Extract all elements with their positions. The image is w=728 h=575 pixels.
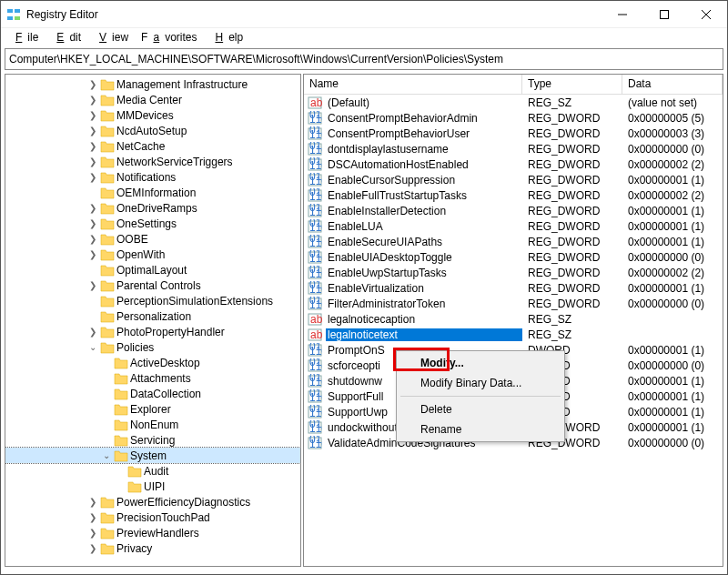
expand-icon[interactable]: ❯ [87, 218, 98, 228]
tree-item[interactable]: ❯Parental Controls [5, 277, 300, 293]
expand-icon[interactable] [87, 296, 98, 306]
value-row[interactable]: 011110EnableCursorSuppressionREG_DWORD0x… [304, 172, 723, 187]
tree-item[interactable]: ❯OneSettings [5, 216, 300, 231]
tree-item[interactable]: Personalization [5, 308, 300, 324]
expand-icon[interactable]: ❯ [87, 528, 98, 538]
value-type: REG_DWORD [522, 143, 622, 156]
tree-item[interactable]: ❯NetworkServiceTriggers [5, 154, 300, 169]
value-row[interactable]: 011110EnableSecureUIAPathsREG_DWORD0x000… [304, 234, 723, 249]
menu-file[interactable]: File [5, 29, 44, 45]
expand-icon[interactable]: ⌄ [101, 450, 112, 460]
col-data[interactable]: Data [622, 75, 723, 94]
expand-icon[interactable]: ❯ [87, 79, 98, 89]
value-row[interactable]: 011110dontdisplaylastusernameREG_DWORD0x… [304, 141, 723, 156]
tree-item[interactable]: ⌄System [5, 448, 300, 463]
col-type[interactable]: Type [522, 75, 622, 94]
tree-item[interactable]: Explorer [5, 401, 300, 417]
value-row[interactable]: 011110EnableUwpStartupTasksREG_DWORD0x00… [304, 265, 723, 280]
expand-icon[interactable]: ❯ [87, 234, 98, 244]
expand-icon[interactable] [101, 435, 112, 445]
ctx-delete[interactable]: Delete [399, 399, 562, 419]
tree-item[interactable]: Attachments [5, 370, 300, 386]
expand-icon[interactable] [87, 311, 98, 321]
tree-item[interactable]: ⌄Policies [5, 339, 300, 355]
expand-icon[interactable]: ❯ [87, 110, 98, 120]
expand-icon[interactable] [87, 265, 98, 275]
value-row[interactable]: 011110EnableFullTrustStartupTasksREG_DWO… [304, 187, 723, 203]
value-row[interactable]: ablegalnoticetextREG_SZ [304, 327, 723, 342]
ctx-modify[interactable]: Modify... [399, 353, 562, 373]
tree-item[interactable]: ❯PrecisionTouchPad [5, 509, 300, 525]
tree-pane[interactable]: ❯Management Infrastructure❯Media Center❯… [5, 74, 301, 567]
value-row[interactable]: 011110EnableVirtualizationREG_DWORD0x000… [304, 280, 723, 296]
tree-item[interactable]: UIPI [5, 479, 300, 494]
ctx-rename[interactable]: Rename [399, 419, 562, 439]
value-data: 0x00000000 (0) [622, 437, 723, 449]
value-row[interactable]: 011110ConsentPromptBehaviorUserREG_DWORD… [304, 126, 723, 141]
minimize-button[interactable] [602, 1, 643, 28]
col-name[interactable]: Name [304, 75, 522, 94]
expand-icon[interactable] [87, 187, 98, 197]
value-row[interactable]: 011110EnableInstallerDetectionREG_DWORD0… [304, 203, 723, 218]
tree-item[interactable]: ❯MMDevices [5, 107, 300, 123]
menu-help[interactable]: Help [204, 29, 248, 45]
tree-item[interactable]: Servicing [5, 432, 300, 448]
expand-icon[interactable]: ❯ [87, 126, 98, 136]
column-header[interactable]: Name Type Data [304, 75, 723, 95]
tree-item[interactable]: ❯PreviewHandlers [5, 525, 300, 540]
tree-item[interactable]: ActiveDesktop [5, 355, 300, 370]
tree-item[interactable]: PerceptionSimulationExtensions [5, 293, 300, 308]
value-row[interactable]: 011110EnableUIADesktopToggleREG_DWORD0x0… [304, 249, 723, 265]
expand-icon[interactable]: ❯ [87, 249, 98, 259]
tree-item[interactable]: OptimalLayout [5, 262, 300, 277]
menu-view[interactable]: View [88, 29, 134, 45]
expand-icon[interactable]: ❯ [87, 327, 98, 337]
maximize-button[interactable] [643, 1, 685, 28]
values-pane[interactable]: Name Type Data ab(Default)REG_SZ(value n… [303, 74, 723, 567]
tree-item[interactable]: ❯OOBE [5, 231, 300, 247]
tree-item[interactable]: ❯Privacy [5, 540, 300, 556]
value-row[interactable]: 011110ConsentPromptBehaviorAdminREG_DWOR… [304, 110, 723, 126]
value-name: EnableUwpStartupTasks [326, 267, 522, 279]
expand-icon[interactable]: ❯ [87, 512, 98, 522]
tree-item[interactable]: ❯Media Center [5, 92, 300, 107]
value-row[interactable]: ablegalnoticecaptionREG_SZ [304, 311, 723, 327]
expand-icon[interactable] [101, 404, 112, 414]
tree-item[interactable]: ❯Notifications [5, 169, 300, 185]
value-row[interactable]: 011110DSCAutomationHostEnabledREG_DWORD0… [304, 156, 723, 172]
tree-item[interactable]: ❯PhotoPropertyHandler [5, 324, 300, 339]
expand-icon[interactable]: ❯ [87, 141, 98, 151]
tree-item[interactable]: ❯NcdAutoSetup [5, 123, 300, 138]
expand-icon[interactable] [101, 419, 112, 429]
expand-icon[interactable]: ⌄ [87, 342, 98, 352]
tree-item[interactable]: Audit [5, 463, 300, 479]
value-row[interactable]: 011110FilterAdministratorTokenREG_DWORD0… [304, 296, 723, 311]
tree-item[interactable]: ❯OneDriveRamps [5, 200, 300, 216]
menu-edit[interactable]: Edit [46, 29, 86, 45]
tree-item[interactable]: ❯Management Infrastructure [5, 76, 300, 92]
expand-icon[interactable] [115, 466, 126, 476]
tree-item[interactable]: NonEnum [5, 417, 300, 432]
tree-item[interactable]: OEMInformation [5, 185, 300, 200]
tree-item[interactable]: ❯OpenWith [5, 247, 300, 262]
expand-icon[interactable]: ❯ [87, 543, 98, 553]
value-row[interactable]: ab(Default)REG_SZ(value not set) [304, 95, 723, 110]
menu-favorites[interactable]: Favorites [136, 29, 202, 45]
value-row[interactable]: 011110EnableLUAREG_DWORD0x00000001 (1) [304, 218, 723, 234]
expand-icon[interactable]: ❯ [87, 203, 98, 213]
tree-item[interactable]: ❯NetCache [5, 138, 300, 154]
expand-icon[interactable]: ❯ [87, 172, 98, 182]
expand-icon[interactable] [101, 373, 112, 383]
close-button[interactable] [685, 1, 727, 28]
expand-icon[interactable]: ❯ [87, 497, 98, 507]
expand-icon[interactable] [101, 388, 112, 398]
expand-icon[interactable]: ❯ [87, 156, 98, 166]
address-bar[interactable]: Computer\HKEY_LOCAL_MACHINE\SOFTWARE\Mic… [5, 48, 723, 70]
expand-icon[interactable]: ❯ [87, 95, 98, 105]
tree-item[interactable]: ❯PowerEfficiencyDiagnostics [5, 494, 300, 509]
expand-icon[interactable] [101, 358, 112, 368]
expand-icon[interactable]: ❯ [87, 280, 98, 290]
tree-item[interactable]: DataCollection [5, 386, 300, 401]
ctx-modify-binary[interactable]: Modify Binary Data... [399, 373, 562, 393]
expand-icon[interactable] [115, 481, 126, 491]
